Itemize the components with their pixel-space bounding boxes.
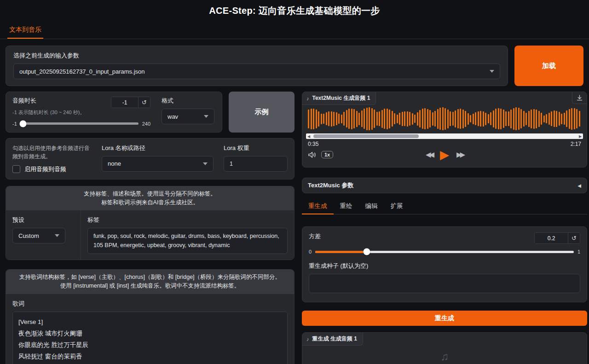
player-controls: 1x ◀◀ ▶ ▶▶ — [308, 148, 581, 162]
variance-slider-fill — [315, 251, 367, 253]
seed-input[interactable] — [309, 274, 580, 293]
audio2audio-panel: 勾选以启用使用参考音频进行音频到音频生成。 启用音频到音频 Lora 名称或路径… — [6, 138, 294, 179]
tab-repaint[interactable]: 重绘 — [334, 198, 359, 214]
variance-slider[interactable] — [315, 251, 574, 253]
scroll-right-icon[interactable]: ▶ — [577, 134, 583, 139]
duration-slider-handle[interactable] — [19, 120, 26, 127]
regenerate-params-panel: 方差 0.2 ↺ 0 1 重生成种子 (默认为空) — [302, 226, 587, 302]
tags-label: 标签 — [87, 216, 288, 224]
variance-number-input: 0.2 ↺ — [534, 232, 580, 244]
chevron-down-icon — [203, 162, 208, 165]
tags-banner: 支持标签、描述和场景。使用逗号分隔不同的标签。 标签和歌词示例来自AI音乐生成社… — [6, 186, 294, 211]
duration-block: 音频时长 -1 ↺ -1 表示随机时长 (30 ~ 240 秒)。 -1 — [12, 97, 150, 127]
lora-name-label: Lora 名称或路径 — [102, 144, 214, 152]
rewind-icon[interactable]: ◀◀ — [426, 150, 433, 159]
accordion-label: Text2Music 参数 — [308, 181, 353, 190]
left-column: 音频时长 -1 ↺ -1 表示随机时长 (30 ~ 240 秒)。 -1 — [6, 92, 294, 364]
reset-icon[interactable]: ↺ — [568, 233, 580, 243]
lyrics-label: 歌词 — [12, 300, 288, 308]
variance-slider-row: 0 1 — [309, 249, 580, 254]
example-button[interactable]: 示例 — [229, 92, 294, 133]
load-params-panel: 选择之前生成的输入参数 output_20250925162737_0_inpu… — [6, 46, 508, 86]
duration-label: 音频时长 — [12, 97, 36, 105]
duration-min: -1 — [12, 121, 17, 127]
app-header: ACE-Step: 迈向音乐生成基础模型的一步 — [0, 0, 589, 21]
preset-dropdown[interactable]: Custom — [12, 228, 65, 243]
params-tabbar: 重生成 重绘 编辑 扩展 — [302, 198, 587, 214]
duration-format-panel: 音频时长 -1 ↺ -1 表示随机时长 (30 ~ 240 秒)。 -1 — [6, 92, 222, 133]
lora-weight-label: Lora 权重 — [224, 144, 288, 152]
audio2audio-info-block: 勾选以启用使用参考音频进行音频到音频生成。 启用音频到音频 — [12, 144, 92, 173]
lora-name-block: Lora 名称或路径 none — [102, 144, 214, 173]
preset-label: 预设 — [12, 216, 74, 224]
lora-weight-input[interactable]: 1 — [224, 156, 288, 172]
waveform[interactable] — [308, 106, 581, 132]
main-tabbar: 文本到音乐 — [0, 21, 589, 39]
download-icon[interactable] — [572, 92, 587, 104]
music-note-icon: ♪ — [306, 96, 309, 101]
empty-audio-note-icon: ♫ — [440, 350, 449, 363]
duration-value[interactable]: -1 — [111, 97, 138, 108]
right-column: ♪ Text2Music 生成音频 1 ◀ ▶ 0:35 2:17 — [302, 92, 587, 364]
tags-input-block: 标签 funk, pop, soul, rock, melodic, guita… — [81, 210, 294, 260]
chevron-down-icon — [490, 70, 494, 73]
player-title-chip: ♪ Text2Music 生成音频 1 — [302, 92, 376, 105]
tab-regenerate[interactable]: 重生成 — [302, 198, 334, 214]
duration-number-input: -1 ↺ — [111, 97, 150, 108]
load-button[interactable]: 加载 — [514, 46, 583, 86]
audio2audio-info: 勾选以启用使用参考音频进行音频到音频生成。 — [12, 144, 92, 161]
play-icon[interactable]: ▶ — [440, 149, 449, 161]
preset-value: Custom — [18, 232, 39, 239]
output-player-title: 重生成 生成音频 1 — [312, 335, 357, 343]
accordion-collapse-icon: ◀ — [577, 183, 581, 188]
tags-input[interactable]: funk, pop, soul, rock, melodic, guitar, … — [87, 228, 288, 254]
duration-slider[interactable] — [21, 122, 139, 125]
music-note-icon: ♪ — [306, 336, 309, 342]
regenerate-button[interactable]: 重生成 — [302, 311, 587, 326]
duration-max: 240 — [142, 121, 150, 127]
lyrics-banner-line2: 使用 [instrumental] 或 [inst] 生成纯音乐。歌词中不支持流… — [11, 282, 289, 290]
main-content: 选择之前生成的输入参数 output_20250925162737_0_inpu… — [0, 39, 589, 364]
tags-block: 支持标签、描述和场景。使用逗号分隔不同的标签。 标签和歌词示例来自AI音乐生成社… — [6, 186, 294, 260]
total-time: 2:17 — [571, 141, 581, 147]
format-label: 格式 — [162, 97, 215, 105]
enable-audio2audio-label[interactable]: 启用音频到音频 — [24, 165, 66, 173]
scroll-left-icon[interactable]: ◀ — [306, 134, 312, 139]
format-value: wav — [167, 113, 178, 120]
waveform-scrollbar[interactable]: ◀ ▶ — [306, 133, 583, 139]
lora-weight-value: 1 — [230, 161, 233, 167]
variance-slider-handle[interactable] — [364, 248, 370, 255]
lyrics-banner: 支持歌词结构标签，如 [verse]（主歌）、[chorus]（副歌）和 [br… — [6, 270, 294, 294]
page-title: ACE-Step: 迈向音乐生成基础模型的一步 — [209, 5, 380, 17]
playback-speed-button[interactable]: 1x — [321, 151, 333, 158]
lora-name-dropdown[interactable]: none — [102, 156, 214, 172]
duration-slider-row: -1 240 — [12, 121, 150, 127]
format-dropdown[interactable]: wav — [162, 109, 214, 124]
preset-block: 预设 Custom — [6, 210, 81, 260]
reset-icon[interactable]: ↺ — [138, 97, 150, 108]
forward-icon[interactable]: ▶▶ — [456, 150, 463, 159]
variance-label: 方差 — [309, 232, 321, 241]
variance-value[interactable]: 0.2 — [535, 233, 568, 243]
output-title-chip: ♪ 重生成 生成音频 1 — [302, 333, 363, 346]
tags-banner-line2: 标签和歌词示例来自AI音乐生成社区。 — [11, 198, 289, 207]
tab-edit[interactable]: 编辑 — [359, 198, 384, 214]
lora-weight-block: Lora 权重 1 — [224, 144, 288, 173]
lyrics-block: 支持歌词结构标签，如 [verse]（主歌）、[chorus]（副歌）和 [br… — [6, 269, 294, 364]
enable-audio2audio-checkbox[interactable] — [12, 165, 20, 173]
volume-icon[interactable] — [308, 151, 317, 159]
scrollbar-thumb[interactable] — [313, 134, 419, 138]
tab-extend[interactable]: 扩展 — [384, 198, 410, 214]
text2music-params-accordion[interactable]: Text2Music 参数 ◀ — [302, 178, 587, 193]
lora-name-value: none — [108, 160, 121, 167]
duration-row: 音频时长 -1 ↺ -1 表示随机时长 (30 ~ 240 秒)。 -1 — [6, 92, 294, 133]
lyrics-input[interactable]: [Verse 1] 夜色渐浓 城市灯火阑珊 你眼底的光 胜过万千星辰 风轻抚过 … — [12, 312, 288, 364]
format-block: 格式 wav — [162, 97, 215, 127]
params-file-dropdown[interactable]: output_20250925162737_0_input_params.jso… — [13, 64, 500, 79]
current-time: 0:35 — [308, 141, 318, 147]
variance-min: 0 — [309, 249, 312, 254]
load-params-label: 选择之前生成的输入参数 — [13, 52, 500, 60]
tab-text2music[interactable]: 文本到音乐 — [7, 21, 43, 39]
player-times: 0:35 2:17 — [308, 141, 581, 147]
player-title: Text2Music 生成音频 1 — [312, 94, 370, 102]
